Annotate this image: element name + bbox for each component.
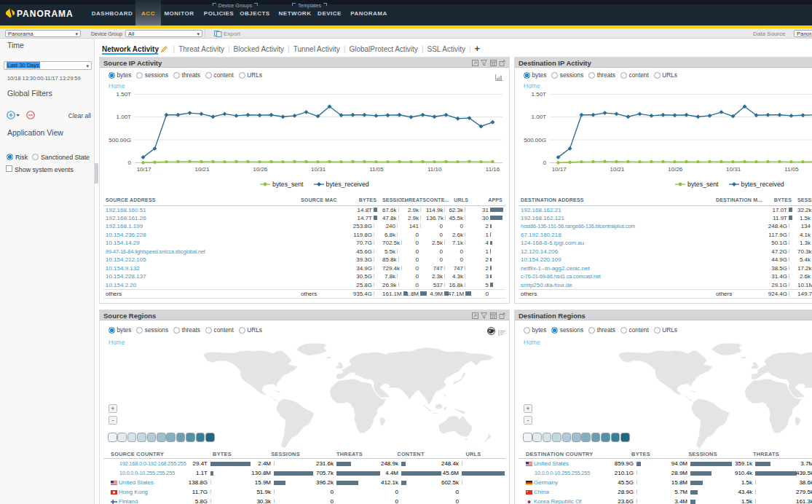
svg-text:10/26: 10/26	[253, 166, 268, 173]
svg-text:10/31: 10/31	[311, 166, 326, 173]
svg-text:10/17: 10/17	[552, 166, 567, 173]
svg-text:0: 0	[543, 160, 547, 166]
svg-text:10/21: 10/21	[610, 166, 625, 173]
svg-text:10/17: 10/17	[137, 166, 152, 173]
svg-text:10/26: 10/26	[668, 166, 683, 173]
svg-text:1.00T: 1.00T	[532, 114, 547, 120]
svg-text:1.00T: 1.00T	[117, 114, 132, 120]
svg-text:1.50T: 1.50T	[532, 91, 547, 98]
svg-text:11/05: 11/05	[784, 166, 799, 173]
svg-text:11/16: 11/16	[486, 166, 500, 173]
svg-text:10/31: 10/31	[726, 166, 741, 173]
svg-text:10/21: 10/21	[194, 166, 210, 173]
svg-text:500.00G: 500.00G	[109, 137, 131, 143]
svg-text:0: 0	[128, 160, 132, 166]
svg-text:500.00G: 500.00G	[524, 137, 546, 143]
svg-text:1.50T: 1.50T	[117, 91, 132, 98]
svg-text:11/10: 11/10	[427, 166, 442, 173]
svg-text:11/05: 11/05	[369, 166, 384, 173]
